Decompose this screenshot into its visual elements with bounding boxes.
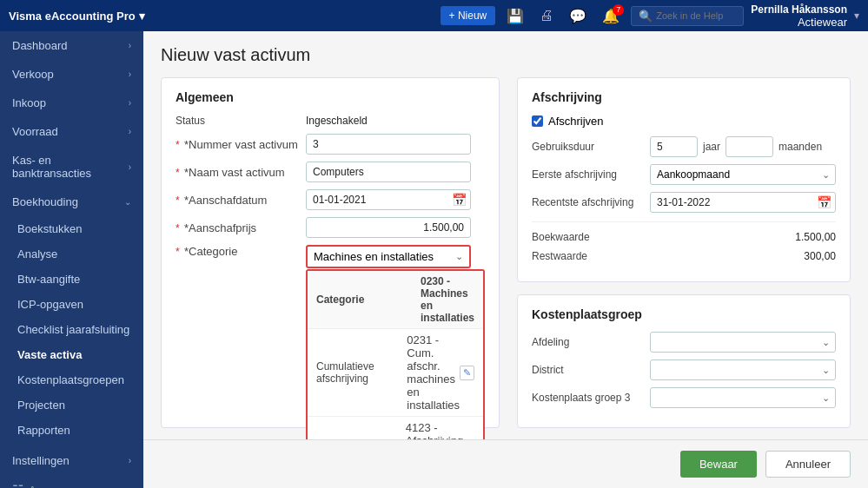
print-icon[interactable]: 🖨	[535, 6, 558, 25]
aanschafprijs-label: *Aanschafprijs	[176, 221, 306, 234]
restwaarde-label: Restwaarde	[532, 250, 645, 262]
brand-chevron[interactable]: ▾	[139, 10, 145, 23]
boekwaarde-row: Boekwaarde 1.500,00	[532, 231, 836, 243]
sidebar-item-boekstukken[interactable]: Boekstukken	[0, 216, 143, 241]
page-title: Nieuw vast activum	[161, 45, 851, 65]
aanschafdatum-input[interactable]	[306, 189, 471, 210]
notification-badge: 7	[613, 4, 624, 16]
aanschafprijs-input[interactable]	[306, 217, 471, 238]
eerste-label: Eerste afschrijving	[532, 168, 645, 181]
footer-buttons: Bewaar Annuleer	[143, 439, 868, 488]
sidebar-item-label: Kas- en banktransacties	[12, 154, 129, 180]
kostenplaats-row: Kostenplaats groep 3 ⌄	[532, 387, 836, 408]
recentste-input[interactable]	[650, 192, 836, 213]
eerste-select[interactable]: Aankoopmaand	[650, 164, 836, 185]
sidebar-item-label: Boekhouding	[12, 195, 78, 208]
sidebar-item-boekhouding[interactable]: Boekhouding ⌄	[0, 188, 143, 216]
kostenplaats-label: Kostenplaats groep 3	[532, 392, 645, 404]
maanden-input[interactable]	[726, 136, 773, 157]
district-label: District	[532, 364, 645, 376]
sidebar-item-dashboard[interactable]: Dashboard ›	[0, 31, 143, 60]
calendar-icon[interactable]: 📅	[452, 193, 467, 207]
sidebar-item-checklist[interactable]: Checklist jaarafsluiting	[0, 317, 143, 342]
chevron-right-icon: ›	[129, 98, 131, 108]
sidebar-item-label: Voorraad	[12, 125, 58, 138]
help-search[interactable]: 🔍	[631, 6, 744, 26]
main-layout: Dashboard › Verkoop › Inkoop › Voorraad …	[0, 31, 868, 488]
aanschafdatum-row: *Aanschafdatum 📅	[176, 189, 485, 210]
dropdown-col-value: 0230 - Machines en installaties	[421, 275, 474, 324]
aanschafdatum-label: *Aanschafdatum	[176, 194, 306, 207]
naam-row: *Naam vast activum	[176, 162, 485, 182]
sidebar-item-instellingen[interactable]: Instellingen ›	[0, 446, 143, 475]
sidebar-item-vaste-activa[interactable]: Vaste activa	[0, 342, 143, 367]
afschrijven-checkbox[interactable]	[532, 115, 543, 127]
categorie-label: *Categorie	[176, 245, 306, 258]
recentste-row: Recentste afschrijving 📅	[532, 192, 836, 213]
edit-icon[interactable]: ✎	[460, 366, 474, 380]
kostenplaats-select-wrapper: ⌄	[650, 387, 836, 408]
status-row: Status Ingeschakeld	[176, 115, 485, 127]
boekwaarde-value: 1.500,00	[650, 231, 836, 243]
sidebar-item-verkoop[interactable]: Verkoop ›	[0, 60, 143, 89]
categorie-select[interactable]: Machines en installaties ⌄	[306, 245, 471, 268]
sidebar-item-rapporten[interactable]: Rapporten	[0, 418, 143, 443]
district-select[interactable]	[650, 359, 836, 380]
dropdown-row-0[interactable]: Cumulatieve afschrijving 0231 - Cum. afs…	[308, 329, 483, 417]
user-name: Pernilla Håkansson	[751, 3, 847, 16]
algemeen-panel: Algemeen Status Ingeschakeld *Nummer vas…	[161, 77, 500, 428]
naam-input[interactable]	[306, 162, 471, 182]
user-info: Pernilla Håkansson Actiewear	[751, 3, 847, 29]
afdeling-row: Afdeling ⌄	[532, 332, 836, 353]
user-chevron[interactable]: ▾	[854, 10, 859, 22]
sidebar-item-kostenplaatsgroepen[interactable]: Kostenplaatsgroepen	[0, 367, 143, 392]
sidebar-item-voorraad[interactable]: Voorraad ›	[0, 117, 143, 146]
apps-icon: ☷	[12, 482, 23, 488]
kostenplaats-select[interactable]	[650, 387, 836, 408]
calendar-icon[interactable]: 📅	[817, 195, 832, 209]
dropdown-row-1[interactable]: Afschrijvingskosten 4123 - Afschrijving …	[308, 417, 483, 439]
sidebar-item-analyse[interactable]: Analyse	[0, 241, 143, 267]
dropdown-col-label: Categorie	[316, 293, 421, 306]
sidebar-item-btw[interactable]: Btw-aangifte	[0, 267, 143, 292]
chevron-down-icon: ⌄	[124, 197, 131, 207]
eerste-select-wrapper: Aankoopmaand ⌄	[650, 164, 836, 185]
afschrijving-panel: Afschrijving Afschrijven Gebruiksduur ja…	[517, 77, 851, 282]
sidebar-item-apps[interactable]: ☷ Apps	[0, 475, 143, 488]
sidebar-item-label: Instellingen	[12, 454, 70, 467]
save-button[interactable]: Bewaar	[680, 451, 757, 478]
sidebar-item-kas[interactable]: Kas- en banktransacties ›	[0, 146, 143, 188]
user-company: Actiewear	[751, 16, 847, 29]
status-label: Status	[176, 115, 306, 127]
sidebar-item-label: Verkoop	[12, 68, 54, 81]
chevron-right-icon: ›	[129, 127, 131, 136]
sidebar: Dashboard › Verkoop › Inkoop › Voorraad …	[0, 31, 143, 488]
form-panels: Algemeen Status Ingeschakeld *Nummer vas…	[161, 77, 851, 428]
sidebar-item-inkoop[interactable]: Inkoop ›	[0, 89, 143, 117]
gebruiksduur-input[interactable]	[650, 136, 698, 157]
chevron-right-icon: ›	[129, 69, 131, 79]
afschrijven-label: Afschrijven	[548, 115, 604, 128]
search-icon: 🔍	[639, 10, 653, 23]
boekwaarde-label: Boekwaarde	[532, 231, 645, 243]
chat-icon[interactable]: 💬	[565, 6, 591, 26]
export-icon[interactable]: 💾	[502, 6, 528, 26]
chevron-right-icon: ›	[129, 162, 131, 172]
bell-icon[interactable]: 🔔 7	[598, 6, 624, 26]
gebruiksduur-label: Gebruiksduur	[532, 141, 645, 153]
afdeling-select[interactable]	[650, 332, 836, 353]
eerste-afschrijving-row: Eerste afschrijving Aankoopmaand ⌄	[532, 164, 836, 185]
status-value: Ingeschakeld	[306, 115, 485, 127]
district-select-wrapper: ⌄	[650, 359, 836, 380]
sidebar-item-label: Dashboard	[12, 39, 68, 52]
sidebar-item-projecten[interactable]: Projecten	[0, 392, 143, 418]
categorie-row: *Categorie Machines en installaties ⌄ Ca…	[176, 245, 485, 268]
district-row: District ⌄	[532, 359, 836, 380]
search-input[interactable]	[656, 10, 734, 21]
new-button[interactable]: + Nieuw	[441, 6, 496, 25]
sidebar-item-icp[interactable]: ICP-opgaven	[0, 292, 143, 317]
cancel-button[interactable]: Annuleer	[765, 451, 851, 478]
afdeling-select-wrapper: ⌄	[650, 332, 836, 353]
nummer-row: *Nummer vast activum	[176, 134, 485, 155]
nummer-input[interactable]	[306, 134, 471, 155]
